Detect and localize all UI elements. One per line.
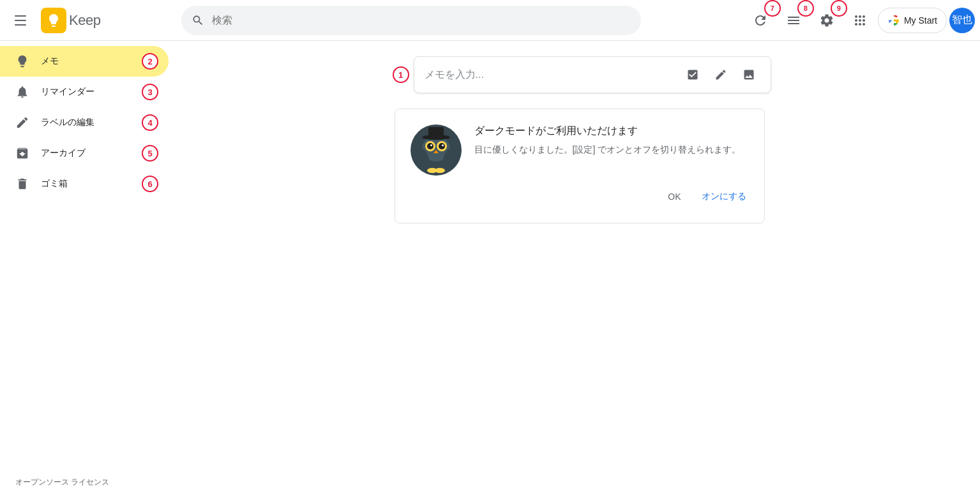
archive-icon [15,146,31,160]
annotation-1: 1 [393,66,409,83]
card-top: ダークモードがご利用いただけます 目に優しくなりました。[設定] でオンとオフを… [411,124,749,176]
avatar-text: 智也 [952,13,972,27]
sidebar-item-edit-label-label: ラベルの編集 [41,117,153,128]
sidebar-item-edit-label[interactable]: ラベルの編集 4 [0,107,169,138]
keep-logo-svg [46,13,61,28]
apps-button[interactable] [845,5,875,36]
sidebar-item-trash-label: ゴミ箱 [41,178,153,190]
sidebar-item-memo-label: メモ [41,56,153,67]
header: Keep 7 8 [0,0,980,41]
card-avatar [411,124,462,176]
header-right: 7 8 9 [745,5,975,36]
header-left: Keep [5,5,171,36]
annotation-1-area: 1 [388,66,414,83]
settings-icon [819,13,834,28]
my-start-logo [887,14,900,27]
open-source-link[interactable]: オープンソース ライセンス [15,477,109,488]
hamburger-icon [15,15,26,26]
refresh-icon [753,13,768,28]
search-bar [181,6,641,35]
card-description: 目に優しくなりました。[設定] でオンとオフを切り替えられます。 [474,143,741,156]
search-container [181,6,641,35]
card-title: ダークモードがご利用いただけます [474,124,741,138]
trash-icon [15,177,31,191]
view-toggle-button[interactable]: 8 [778,5,809,36]
keep-logo-icon [41,8,66,33]
search-icon [192,14,204,27]
sidebar-item-reminder-label: リマインダー [41,86,153,98]
menu-button[interactable] [5,5,36,36]
bell-icon [15,85,31,99]
pencil-icon [15,116,31,130]
main-content: 1 メモを入力... [179,41,980,498]
note-placeholder[interactable]: メモを入力... [425,68,676,82]
svg-point-16 [435,168,445,173]
notification-card: ダークモードがご利用いただけます 目に優しくなりました。[設定] でオンとオフを… [395,109,765,223]
sidebar-item-archive-label: アーカイブ [41,147,153,159]
my-start-icon [887,14,900,27]
sidebar-item-memo[interactable]: メモ 2 [0,46,169,77]
sidebar-item-trash[interactable]: ゴミ箱 6 [0,169,169,199]
refresh-button[interactable]: 7 [745,5,776,36]
logo-link[interactable]: Keep [41,8,100,33]
checkbox-note-button[interactable] [681,63,704,86]
svg-point-5 [439,143,445,149]
svg-point-4 [427,143,433,149]
view-icon [786,13,801,28]
draw-icon [714,68,727,81]
apps-icon [852,13,868,28]
settings-button[interactable]: 9 [811,5,842,36]
note-input-actions [681,63,760,86]
card-enable-button[interactable]: オンにする [699,186,749,207]
my-start-button[interactable]: My Start [878,8,947,33]
svg-point-7 [442,144,444,146]
image-icon [743,68,755,81]
logo-text: Keep [69,12,100,29]
image-note-button[interactable] [737,63,760,86]
note-input-wrapper: 1 メモを入力... [388,56,771,93]
card-actions: OK オンにする [411,186,749,207]
draw-note-button[interactable] [709,63,732,86]
card-body-text: ダークモードがご利用いただけます 目に優しくなりました。[設定] でオンとオフを… [474,124,741,156]
avatar-button[interactable]: 智也 [949,8,975,33]
my-start-label: My Start [904,15,937,26]
lightbulb-icon [15,54,31,68]
svg-point-6 [430,144,432,146]
sidebar-item-archive[interactable]: アーカイブ 5 [0,138,169,169]
sidebar: メモ 2 リマインダー 3 ラベルの編集 4 アーカイブ 5 [0,41,179,498]
svg-rect-12 [428,127,444,139]
checkbox-icon [686,68,699,81]
sidebar-item-reminder[interactable]: リマインダー 3 [0,77,169,107]
card-ok-button[interactable]: OK [665,186,683,207]
search-input[interactable] [212,15,631,26]
note-input-bar: メモを入力... [414,56,771,93]
dark-mode-avatar-svg [411,124,462,176]
